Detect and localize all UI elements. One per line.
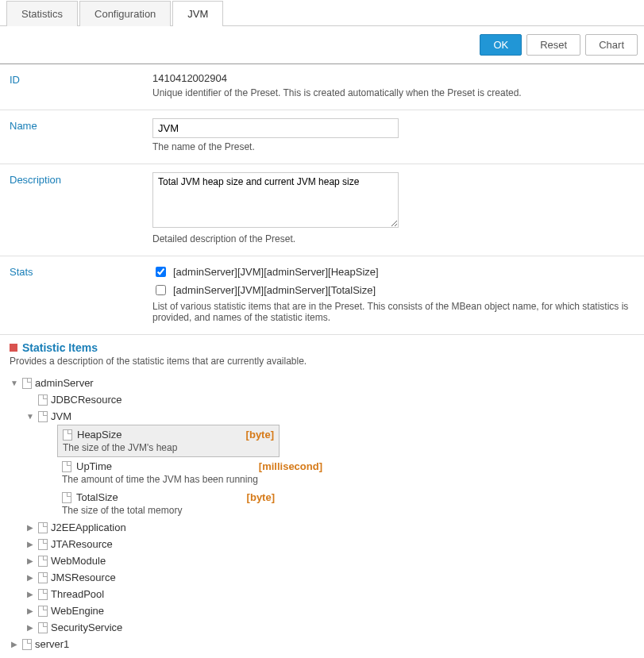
tree-label: JDBCResource [51, 394, 122, 406]
tree-label: JMSResource [51, 571, 116, 583]
tree-label: WebEngine [51, 605, 104, 617]
expand-toggle-icon[interactable]: ▶ [25, 540, 35, 549]
stats-checkbox-heapsize[interactable] [156, 267, 166, 277]
document-icon [38, 589, 48, 600]
leaf-desc: The size of the JVM's heap [63, 442, 274, 453]
tree-label: WebModule [51, 555, 106, 567]
stats-checkbox-totalsize[interactable] [156, 285, 166, 295]
expand-toggle-icon[interactable]: ▶ [25, 606, 35, 616]
document-icon [38, 556, 48, 567]
expand-toggle-icon[interactable]: ▼ [10, 379, 19, 388]
stats-text-heapsize: [adminServer][JVM][adminServer][HeapSize… [173, 266, 379, 278]
tab-statistics[interactable]: Statistics [6, 1, 78, 26]
action-bar-top: OK Reset Chart [0, 26, 644, 64]
expand-toggle-icon[interactable]: ▼ [25, 412, 35, 421]
statistic-items-header: Statistic Items [0, 335, 644, 356]
description-help: Detailed description of the Preset. [152, 233, 634, 244]
tree-node-webengine[interactable]: ▶WebEngine [10, 602, 634, 619]
leaf-desc: The amount of time the JVM has been runn… [62, 474, 322, 485]
statistic-tree: ▼ adminServer JDBCResource ▼ JVM HeapSiz… [0, 375, 644, 658]
id-help: Unique identifier of the Preset. This is… [152, 87, 634, 98]
section-icon [10, 344, 17, 352]
stats-label: Stats [10, 264, 152, 278]
document-icon [38, 572, 48, 583]
leaf-name: TotalSize [76, 491, 118, 503]
reset-button[interactable]: Reset [526, 34, 580, 56]
tree-label: JVM [51, 410, 71, 422]
chart-button[interactable]: Chart [585, 34, 638, 56]
tree-label: server1 [35, 638, 69, 650]
stats-help: List of various statistic items that are… [152, 301, 634, 323]
document-icon [22, 378, 32, 389]
tree-node-jvm[interactable]: ▼ JVM [10, 408, 634, 425]
leaf-unit: [byte] [247, 491, 275, 503]
tree-node-jdbcresource[interactable]: JDBCResource [10, 391, 634, 408]
name-label: Name [10, 118, 152, 132]
id-label: ID [10, 72, 152, 86]
tree-leaf-uptime[interactable]: UpTime [millisecond] The amount of time … [57, 457, 327, 488]
document-icon [63, 429, 72, 441]
tree-node-webmodule[interactable]: ▶WebModule [10, 552, 634, 569]
tree-node-threadpool[interactable]: ▶ThreadPool [10, 586, 634, 602]
leaf-name: UpTime [76, 460, 112, 472]
leaf-unit: [millisecond] [259, 460, 322, 472]
tree-node-jtaresource[interactable]: ▶JTAResource [10, 536, 634, 552]
tree-node-adminserver[interactable]: ▼ adminServer [10, 375, 634, 391]
tree-label: adminServer [35, 377, 94, 389]
tab-configuration[interactable]: Configuration [79, 1, 171, 26]
tree-node-jmsresource[interactable]: ▶JMSResource [10, 569, 634, 586]
expand-toggle-icon[interactable]: ▶ [10, 640, 19, 649]
tab-jvm[interactable]: JVM [172, 1, 223, 26]
document-icon [38, 622, 48, 633]
section-title-text: Statistic Items [22, 341, 98, 354]
stats-item-heapsize[interactable]: [adminServer][JVM][adminServer][HeapSize… [152, 264, 634, 279]
tab-bar: Statistics Configuration JVM [0, 0, 644, 26]
document-icon [22, 639, 32, 650]
document-icon [38, 539, 48, 550]
section-desc: Provides a description of the statistic … [0, 356, 644, 375]
tree-label: SecurityService [51, 621, 122, 633]
document-icon [38, 606, 48, 617]
expand-toggle-icon[interactable]: ▶ [25, 573, 35, 583]
expand-toggle-icon[interactable]: ▶ [25, 590, 35, 599]
document-icon [62, 492, 71, 503]
stats-text-totalsize: [adminServer][JVM][adminServer][TotalSiz… [173, 284, 376, 296]
description-label: Description [10, 172, 152, 186]
id-value: 1410412002904 [152, 72, 634, 84]
leaf-name: HeapSize [77, 429, 121, 441]
expand-toggle-icon[interactable]: ▶ [25, 623, 35, 633]
expand-toggle-icon[interactable]: ▶ [25, 556, 35, 566]
stats-item-totalsize[interactable]: [adminServer][JVM][adminServer][TotalSiz… [152, 283, 634, 298]
name-help: The name of the Preset. [152, 141, 634, 152]
document-icon [62, 461, 71, 472]
name-input[interactable] [152, 118, 399, 138]
tree-label: ThreadPool [51, 588, 104, 600]
tree-node-j2eeapplication[interactable]: ▶J2EEApplication [10, 519, 634, 536]
tree-label: J2EEApplication [51, 521, 126, 533]
document-icon [38, 394, 48, 406]
leaf-desc: The size of the total memory [62, 505, 275, 516]
description-input[interactable] [152, 172, 399, 228]
tree-node-server1[interactable]: ▶ server1 [10, 636, 634, 652]
ok-button[interactable]: OK [480, 34, 522, 56]
tree-leaf-heapsize[interactable]: HeapSize [byte] The size of the JVM's he… [57, 425, 280, 457]
expand-toggle-icon[interactable]: ▶ [25, 523, 35, 533]
document-icon [38, 522, 48, 533]
leaf-unit: [byte] [246, 429, 274, 441]
document-icon [38, 411, 48, 422]
tree-leaf-totalsize[interactable]: TotalSize [byte] The size of the total m… [57, 488, 280, 519]
tree-node-securityservice[interactable]: ▶SecurityService [10, 619, 634, 636]
tree-label: JTAResource [51, 538, 113, 550]
